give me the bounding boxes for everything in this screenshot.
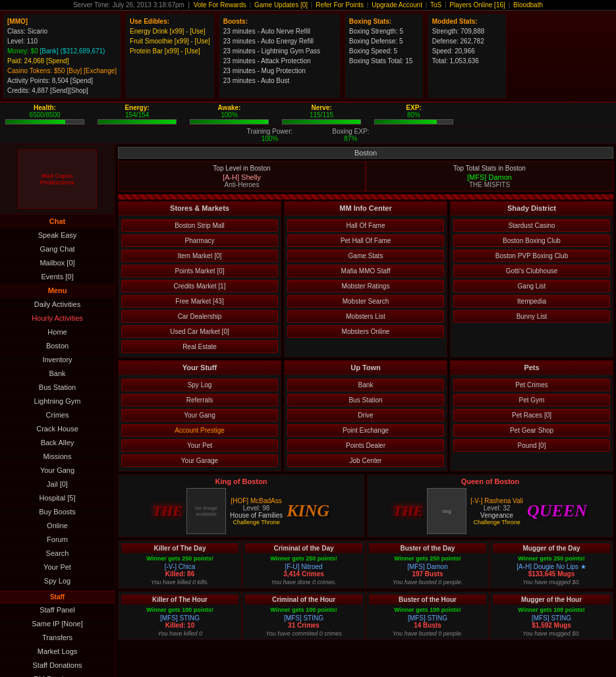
btn-pound[interactable]: Pound [0] [453,439,610,452]
sidebar-hourly-activities[interactable]: Hourly Activities [0,311,115,325]
sidebar-online[interactable]: Online [0,519,115,533]
btn-your-garage[interactable]: Your Garage [121,454,278,467]
sidebar-inventory[interactable]: Inventory [0,353,115,367]
game-updates-link[interactable]: Game Updates [0] [254,1,308,9]
sidebar-same-ip[interactable]: Same IP [None] [0,617,115,631]
sidebar-mailbox[interactable]: Mailbox [0] [0,256,115,270]
btn-stardust-casino[interactable]: Stardust Casino [453,219,610,232]
btn-account-prestige[interactable]: Account Prestige [121,424,278,437]
sidebar-chat[interactable]: Chat [0,215,115,229]
edible-2[interactable]: Fruit Smoothie [x99] - [Use] [130,36,210,46]
sidebar-gang-chat[interactable]: Gang Chat [0,242,115,256]
edible-1[interactable]: Energy Drink [x99] - [Use] [130,26,210,36]
sidebar-forum[interactable]: Forum [0,533,115,547]
btn-hall-of-fame[interactable]: Hall Of Fame [287,219,444,232]
btn-pet-gear-shop[interactable]: Pet Gear Shop [453,424,610,437]
btn-bus-station[interactable]: Bus Station [287,394,444,406]
nerve-label: Nerve: [311,104,331,111]
sidebar-jail[interactable]: Jail [0] [0,477,115,491]
edible-3[interactable]: Protein Bar [x99] - [Use] [130,46,210,56]
btn-job-center[interactable]: Job Center [287,454,444,467]
daily-buster-player[interactable]: [MFS] Damon [369,563,486,570]
sidebar-search[interactable]: Search [0,547,115,560]
btn-points-market[interactable]: Points Market [0] [121,265,278,277]
btn-points-dealer[interactable]: Points Dealer [287,439,444,452]
sidebar-your-gang[interactable]: Your Gang [0,464,115,477]
btn-boston-strip-mall[interactable]: Boston Strip Mall [121,219,278,232]
btn-mafia-mmo-staff[interactable]: Mafia MMO Staff [287,265,444,277]
btn-spy-log[interactable]: Spy Log [121,379,278,391]
btn-credits-market[interactable]: Credits Market [1] [121,280,278,292]
sidebar-back-alley[interactable]: Back Alley [0,436,115,450]
btn-referrals[interactable]: Referrals [121,394,278,406]
sidebar-market-logs[interactable]: Market Logs [0,645,115,659]
sidebar-missions[interactable]: Missions [0,450,115,464]
btn-drive[interactable]: Drive [287,409,444,421]
sidebar-menu[interactable]: Menu [0,284,115,298]
sidebar-home[interactable]: Home [0,325,115,339]
sidebar-transfers[interactable]: Transfers [0,631,115,645]
tos-link[interactable]: ToS [430,1,441,9]
top-level-gang: Anti-Heroes [121,181,362,188]
btn-bunny-list[interactable]: Bunny List [453,310,610,323]
sidebar-speak-easy[interactable]: Speak Easy [0,229,115,242]
btn-pet-hall-of-fame[interactable]: Pet Hall Of Fame [287,234,444,247]
btn-game-stats[interactable]: Game Stats [287,250,444,262]
btn-mobster-ratings[interactable]: Mobster Ratings [287,280,444,292]
btn-gottis-clubhouse[interactable]: Gotti's Clubhouse [453,265,610,277]
btn-point-exchange[interactable]: Point Exchange [287,424,444,437]
btn-item-market[interactable]: Item Market [0] [121,250,278,262]
top-stats-player[interactable]: [MFS] Damon [369,173,610,181]
sidebar-bank[interactable]: Bank [0,367,115,381]
btn-used-car-market[interactable]: Used Car Market [0] [121,325,278,338]
sidebar-boston[interactable]: Boston [0,339,115,353]
sidebar-staff-panel[interactable]: Staff Panel [0,603,115,617]
hourly-criminal-player[interactable]: [MFS] STING [245,614,362,622]
daily-criminal-player[interactable]: [F-U] Nitroed [245,563,362,570]
btn-pet-crimes[interactable]: Pet Crimes [453,379,610,391]
sidebar-crack-house[interactable]: Crack House [0,422,115,436]
btn-mobsters-list[interactable]: Mobsters List [287,310,444,323]
hourly-buster-player[interactable]: [MFS] STING [369,614,486,622]
sidebar-crimes[interactable]: Crimes [0,408,115,422]
btn-itempedia[interactable]: Itempedia [453,295,610,308]
sidebar-your-pet[interactable]: Your Pet [0,560,115,574]
king-challenge[interactable]: Challenge Throne [230,519,283,526]
btn-mobster-search[interactable]: Mobster Search [287,295,444,308]
sidebar-buy-boosts[interactable]: Buy Boosts [0,505,115,519]
btn-gang-list[interactable]: Gang List [453,280,610,292]
btn-boston-pvp-boxing-club[interactable]: Boston PVP Boxing Club [453,250,610,262]
sidebar-bus-station[interactable]: Bus Station [0,381,115,394]
btn-bank[interactable]: Bank [287,379,444,391]
btn-mobsters-online[interactable]: Mobsters Online [287,325,444,338]
refer-points-link[interactable]: Refer For Points [316,1,364,9]
sidebar-spy-log[interactable]: Spy Log [0,574,115,588]
btn-boston-boxing-club[interactable]: Boston Boxing Club [453,234,610,247]
players-online-link[interactable]: Players Online [16] [449,1,505,9]
sidebar-events[interactable]: Events [0] [0,270,115,284]
btn-pet-gym[interactable]: Pet Gym [453,394,610,406]
daily-mugger-player[interactable]: [A-H] Dougie No Lips ★ [493,563,610,570]
btn-pharmacy[interactable]: Pharmacy [121,234,278,247]
top-level-player[interactable]: [A-H] Shelly [121,173,362,181]
sidebar-lightning-gym[interactable]: Lightning Gym [0,394,115,408]
btn-pet-races[interactable]: Pet Races [0] [453,409,610,421]
hourly-mugger-player[interactable]: [MFS] STING [493,614,610,622]
hourly-killer-player[interactable]: [MFS] STING [121,614,238,622]
sidebar-rm-purshases[interactable]: RM Purshases [0,672,115,677]
sidebar-daily-activities[interactable]: Daily Activities [0,298,115,311]
btn-your-pet[interactable]: Your Pet [121,439,278,452]
btn-car-dealership[interactable]: Car Dealership [121,310,278,323]
btn-real-estate[interactable]: Real Estate [121,340,278,353]
sidebar-staff-donations[interactable]: Staff Donations [0,659,115,672]
btn-free-market[interactable]: Free Market [43] [121,295,278,308]
upgrade-account-link[interactable]: Upgrade Account [372,1,422,9]
king-gang[interactable]: [HOF] McBadAss [230,497,283,504]
sidebar-hospital[interactable]: Hospital [5] [0,491,115,505]
queen-gang[interactable]: [-V-] Rashena Vali [470,497,523,504]
queen-challenge[interactable]: Challenge Throne [470,519,523,526]
daily-killer-player[interactable]: [-V-] Chica [121,563,238,570]
btn-your-gang[interactable]: Your Gang [121,409,278,421]
vote-rewards-link[interactable]: Vote For Rewards [194,1,246,9]
bloodbath-link[interactable]: Bloodbath [513,1,543,9]
